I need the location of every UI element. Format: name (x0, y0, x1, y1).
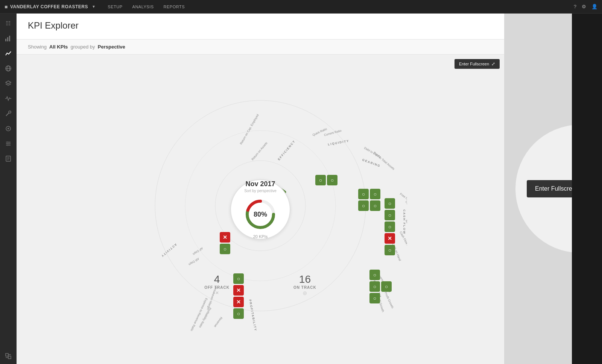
percent-value: 80 (254, 210, 261, 218)
sidebar-icon-chart[interactable] (2, 32, 15, 45)
nav-analysis[interactable]: ANALYSIS (128, 3, 158, 11)
kpi-diagram: EFFICIENCY Return on Cap. Employed Retur… (114, 82, 407, 337)
on-track-number: 16 (293, 273, 316, 285)
kpi-node-gr-3[interactable]: ○ (381, 281, 392, 292)
sidebar-icon-circle[interactable] (2, 122, 15, 135)
svg-text:EFFICIENCY: EFFICIENCY (277, 139, 296, 161)
svg-point-14 (7, 141, 8, 143)
svg-point-8 (9, 111, 11, 113)
svg-text:Return on Assets: Return on Assets (251, 141, 268, 161)
activity-nodes: ✕ ○ (220, 232, 230, 254)
percent-symbol: % (261, 210, 267, 218)
sidebar-icon-sliders[interactable] (2, 137, 15, 150)
svg-text:AR Days: AR Days (188, 257, 199, 266)
stats-row: 4 OFF TRACK ✕ 16 ON TRACK ◎ (204, 273, 316, 296)
kpi-node-liq-2[interactable]: ○ (327, 175, 337, 185)
svg-text:Free Cash Flow: Free Cash Flow (399, 192, 407, 207)
kpi-node-cf-2[interactable]: ○ (385, 210, 395, 220)
month-label[interactable]: Month (447, 14, 462, 15)
sidebar: ☷ (0, 14, 17, 364)
kpi-node-act-2[interactable]: ○ (220, 244, 230, 254)
center-sort[interactable]: Sort by perspective (244, 189, 277, 193)
sidebar-icon-globe[interactable] (2, 62, 15, 75)
on-track-icon: ◎ (293, 290, 316, 296)
fullscreen-icon-top: ⤢ (491, 61, 495, 67)
perspective-label[interactable]: Perspective (98, 44, 125, 50)
gearing-nodes: ○ ○ ○ ○ (358, 189, 380, 212)
kpi-node-cf-5[interactable]: ○ (385, 245, 395, 255)
cashflow-nodes: ○ ○ ○ ✕ ○ (385, 198, 395, 255)
on-track-stat: 16 ON TRACK ◎ (293, 273, 316, 296)
donut-percent: 80% (254, 210, 267, 218)
svg-rect-2 (9, 36, 10, 41)
sidebar-icon-kpi[interactable] (2, 47, 15, 60)
nav-reports[interactable]: REPORTS (159, 3, 189, 11)
svg-point-10 (8, 128, 9, 129)
fullscreen-label-top: Enter Fullscreen (459, 62, 489, 66)
off-track-number: 4 (204, 273, 230, 285)
kpi-node-gear-2[interactable]: ○ (370, 189, 380, 199)
kpi-node-gear-4[interactable]: ○ (370, 200, 380, 211)
kpi-explorer-area: Enter Fullscreen ⤢ EFFICIENCY Return on … (17, 55, 504, 364)
right-panel: Enter Fullscreen ⤢ (504, 14, 602, 364)
page-title: KPI Explorer (28, 20, 79, 31)
svg-rect-1 (7, 37, 8, 41)
off-track-icon: ✕ (204, 290, 230, 296)
kpi-node-act-1[interactable]: ✕ (220, 232, 230, 243)
off-track-stat: 4 OFF TRACK ✕ (204, 273, 230, 296)
top-navigation: ■ VANDERLAY COFFEE ROASTERS ▼ SETUP ANAL… (0, 0, 602, 14)
sub-header: Showing All KPIs grouped by Perspective (17, 39, 504, 55)
nav-right-actions: ? ⚙ 👤 (574, 4, 597, 9)
for-label: For the (429, 14, 444, 15)
svg-point-16 (7, 144, 8, 146)
kpi-node-gear-1[interactable]: ○ (358, 189, 369, 199)
period-date[interactable]: Nov 2017 (471, 14, 493, 15)
kpi-node-gear-3[interactable]: ○ (358, 200, 369, 211)
kpi-node-prof-3[interactable]: ✕ (233, 297, 244, 307)
growth-nodes: ○ ○ ○ ○ (369, 270, 392, 303)
center-kpis-label: 20 KPIs (253, 234, 268, 239)
help-icon[interactable]: ? (574, 4, 576, 9)
fullscreen-button-top[interactable]: Enter Fullscreen ⤢ (455, 59, 500, 69)
center-circle: Nov 2017 Sort by perspective 80% 20 KPIs (230, 179, 290, 240)
svg-text:Debt to Total Assets: Debt to Total Assets (373, 151, 395, 170)
kpi-node-cf-1[interactable]: ○ (385, 198, 395, 209)
main-content: KPI Explorer For the Month of Nov 2017 S… (17, 14, 504, 364)
showing-label: Showing (28, 44, 47, 50)
svg-text:GEARING: GEARING (362, 158, 381, 168)
main-layout: ☷ (0, 14, 602, 364)
company-logo-area[interactable]: ■ VANDERLAY COFFEE ROASTERS ▼ (5, 4, 96, 10)
kpi-node-gr-4[interactable]: ○ (369, 293, 380, 303)
grouped-by-label: grouped by (70, 44, 95, 50)
center-date: Nov 2017 (245, 180, 275, 188)
user-icon[interactable]: 👤 (591, 4, 597, 9)
svg-text:Revenue: Revenue (213, 316, 223, 328)
sidebar-icon-file[interactable] (2, 152, 15, 165)
svg-rect-0 (5, 39, 6, 41)
svg-point-15 (8, 143, 10, 144)
sidebar-icon-wrench[interactable] (2, 107, 15, 120)
settings-icon[interactable]: ⚙ (582, 4, 586, 9)
liquidity-nodes: ○ ○ (315, 175, 337, 197)
sidebar-icon-layers[interactable] (2, 77, 15, 90)
sidebar-icon-dashboard[interactable]: ☷ (2, 17, 15, 30)
company-name: VANDERLAY COFFEE ROASTERS (10, 4, 88, 9)
kpi-node-prof-4[interactable]: ○ (233, 308, 244, 319)
svg-text:LIQUIDITY: LIQUIDITY (328, 139, 350, 146)
off-track-label: OFF TRACK (204, 285, 230, 290)
all-kpis-label[interactable]: All KPIs (49, 44, 68, 50)
company-dropdown-icon[interactable]: ▼ (92, 5, 96, 9)
kpi-node-cf-3[interactable]: ○ (385, 221, 395, 232)
svg-rect-21 (6, 353, 8, 356)
nav-setup[interactable]: SETUP (103, 3, 127, 11)
svg-text:PROFITABILITY: PROFITABILITY (248, 299, 257, 331)
kpi-node-liq-1[interactable]: ○ (315, 175, 326, 185)
sidebar-icon-bottom[interactable] (5, 353, 12, 361)
kpi-node-gr-2[interactable]: ○ (369, 281, 380, 292)
company-icon: ■ (5, 4, 8, 10)
sidebar-icon-activity[interactable] (2, 92, 15, 105)
svg-text:Return on Cap. Employed: Return on Cap. Employed (239, 113, 260, 145)
kpi-node-gr-1[interactable]: ○ (369, 270, 380, 280)
of-label: of (465, 14, 469, 15)
kpi-node-cf-4[interactable]: ✕ (385, 233, 395, 244)
